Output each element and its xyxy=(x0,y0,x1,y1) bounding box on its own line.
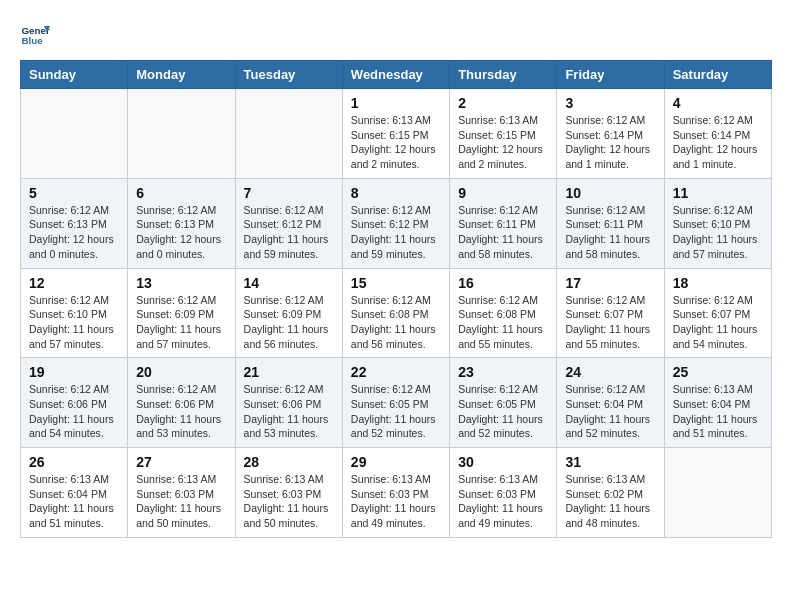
calendar-cell: 9Sunrise: 6:12 AMSunset: 6:11 PMDaylight… xyxy=(450,178,557,268)
calendar-cell: 31Sunrise: 6:13 AMSunset: 6:02 PMDayligh… xyxy=(557,448,664,538)
day-number: 13 xyxy=(136,275,226,291)
cell-info: Sunrise: 6:12 AMSunset: 6:09 PMDaylight:… xyxy=(244,293,334,352)
cell-info: Sunrise: 6:12 AMSunset: 6:12 PMDaylight:… xyxy=(351,203,441,262)
cell-info: Sunrise: 6:13 AMSunset: 6:04 PMDaylight:… xyxy=(673,382,763,441)
calendar-cell xyxy=(664,448,771,538)
day-number: 11 xyxy=(673,185,763,201)
calendar-cell: 12Sunrise: 6:12 AMSunset: 6:10 PMDayligh… xyxy=(21,268,128,358)
weekday-header: Friday xyxy=(557,61,664,89)
day-number: 2 xyxy=(458,95,548,111)
cell-info: Sunrise: 6:12 AMSunset: 6:08 PMDaylight:… xyxy=(458,293,548,352)
cell-info: Sunrise: 6:12 AMSunset: 6:07 PMDaylight:… xyxy=(565,293,655,352)
day-number: 26 xyxy=(29,454,119,470)
calendar-cell: 25Sunrise: 6:13 AMSunset: 6:04 PMDayligh… xyxy=(664,358,771,448)
logo-icon: General Blue xyxy=(20,20,50,50)
calendar-cell: 18Sunrise: 6:12 AMSunset: 6:07 PMDayligh… xyxy=(664,268,771,358)
calendar-week-row: 12Sunrise: 6:12 AMSunset: 6:10 PMDayligh… xyxy=(21,268,772,358)
calendar-cell: 10Sunrise: 6:12 AMSunset: 6:11 PMDayligh… xyxy=(557,178,664,268)
day-number: 9 xyxy=(458,185,548,201)
calendar-cell: 27Sunrise: 6:13 AMSunset: 6:03 PMDayligh… xyxy=(128,448,235,538)
calendar-week-row: 19Sunrise: 6:12 AMSunset: 6:06 PMDayligh… xyxy=(21,358,772,448)
weekday-header: Monday xyxy=(128,61,235,89)
calendar-cell: 14Sunrise: 6:12 AMSunset: 6:09 PMDayligh… xyxy=(235,268,342,358)
day-number: 8 xyxy=(351,185,441,201)
cell-info: Sunrise: 6:13 AMSunset: 6:03 PMDaylight:… xyxy=(458,472,548,531)
cell-info: Sunrise: 6:13 AMSunset: 6:15 PMDaylight:… xyxy=(458,113,548,172)
day-number: 21 xyxy=(244,364,334,380)
day-number: 27 xyxy=(136,454,226,470)
calendar-cell: 26Sunrise: 6:13 AMSunset: 6:04 PMDayligh… xyxy=(21,448,128,538)
weekday-header: Tuesday xyxy=(235,61,342,89)
day-number: 7 xyxy=(244,185,334,201)
cell-info: Sunrise: 6:13 AMSunset: 6:03 PMDaylight:… xyxy=(244,472,334,531)
calendar-week-row: 5Sunrise: 6:12 AMSunset: 6:13 PMDaylight… xyxy=(21,178,772,268)
day-number: 5 xyxy=(29,185,119,201)
day-number: 28 xyxy=(244,454,334,470)
cell-info: Sunrise: 6:12 AMSunset: 6:10 PMDaylight:… xyxy=(673,203,763,262)
cell-info: Sunrise: 6:12 AMSunset: 6:10 PMDaylight:… xyxy=(29,293,119,352)
calendar-cell: 23Sunrise: 6:12 AMSunset: 6:05 PMDayligh… xyxy=(450,358,557,448)
cell-info: Sunrise: 6:12 AMSunset: 6:11 PMDaylight:… xyxy=(565,203,655,262)
cell-info: Sunrise: 6:13 AMSunset: 6:03 PMDaylight:… xyxy=(136,472,226,531)
day-number: 12 xyxy=(29,275,119,291)
calendar-cell: 11Sunrise: 6:12 AMSunset: 6:10 PMDayligh… xyxy=(664,178,771,268)
day-number: 10 xyxy=(565,185,655,201)
calendar-cell: 16Sunrise: 6:12 AMSunset: 6:08 PMDayligh… xyxy=(450,268,557,358)
calendar-cell: 19Sunrise: 6:12 AMSunset: 6:06 PMDayligh… xyxy=(21,358,128,448)
calendar-cell xyxy=(235,89,342,179)
cell-info: Sunrise: 6:12 AMSunset: 6:06 PMDaylight:… xyxy=(244,382,334,441)
cell-info: Sunrise: 6:12 AMSunset: 6:07 PMDaylight:… xyxy=(673,293,763,352)
cell-info: Sunrise: 6:13 AMSunset: 6:03 PMDaylight:… xyxy=(351,472,441,531)
cell-info: Sunrise: 6:13 AMSunset: 6:02 PMDaylight:… xyxy=(565,472,655,531)
cell-info: Sunrise: 6:12 AMSunset: 6:05 PMDaylight:… xyxy=(351,382,441,441)
calendar-cell xyxy=(128,89,235,179)
weekday-header: Sunday xyxy=(21,61,128,89)
calendar-table: SundayMondayTuesdayWednesdayThursdayFrid… xyxy=(20,60,772,538)
day-number: 4 xyxy=(673,95,763,111)
cell-info: Sunrise: 6:12 AMSunset: 6:13 PMDaylight:… xyxy=(136,203,226,262)
page-header: General Blue xyxy=(20,20,772,50)
calendar-week-row: 1Sunrise: 6:13 AMSunset: 6:15 PMDaylight… xyxy=(21,89,772,179)
calendar-cell: 2Sunrise: 6:13 AMSunset: 6:15 PMDaylight… xyxy=(450,89,557,179)
day-number: 18 xyxy=(673,275,763,291)
day-number: 20 xyxy=(136,364,226,380)
day-number: 25 xyxy=(673,364,763,380)
day-number: 29 xyxy=(351,454,441,470)
calendar-cell: 30Sunrise: 6:13 AMSunset: 6:03 PMDayligh… xyxy=(450,448,557,538)
calendar-cell: 13Sunrise: 6:12 AMSunset: 6:09 PMDayligh… xyxy=(128,268,235,358)
cell-info: Sunrise: 6:13 AMSunset: 6:04 PMDaylight:… xyxy=(29,472,119,531)
day-number: 15 xyxy=(351,275,441,291)
cell-info: Sunrise: 6:12 AMSunset: 6:12 PMDaylight:… xyxy=(244,203,334,262)
calendar-week-row: 26Sunrise: 6:13 AMSunset: 6:04 PMDayligh… xyxy=(21,448,772,538)
cell-info: Sunrise: 6:12 AMSunset: 6:05 PMDaylight:… xyxy=(458,382,548,441)
calendar-cell: 24Sunrise: 6:12 AMSunset: 6:04 PMDayligh… xyxy=(557,358,664,448)
cell-info: Sunrise: 6:12 AMSunset: 6:06 PMDaylight:… xyxy=(29,382,119,441)
calendar-cell: 3Sunrise: 6:12 AMSunset: 6:14 PMDaylight… xyxy=(557,89,664,179)
calendar-cell: 21Sunrise: 6:12 AMSunset: 6:06 PMDayligh… xyxy=(235,358,342,448)
day-number: 23 xyxy=(458,364,548,380)
cell-info: Sunrise: 6:12 AMSunset: 6:09 PMDaylight:… xyxy=(136,293,226,352)
calendar-cell: 5Sunrise: 6:12 AMSunset: 6:13 PMDaylight… xyxy=(21,178,128,268)
day-number: 14 xyxy=(244,275,334,291)
calendar-cell: 6Sunrise: 6:12 AMSunset: 6:13 PMDaylight… xyxy=(128,178,235,268)
day-number: 19 xyxy=(29,364,119,380)
cell-info: Sunrise: 6:12 AMSunset: 6:11 PMDaylight:… xyxy=(458,203,548,262)
cell-info: Sunrise: 6:12 AMSunset: 6:04 PMDaylight:… xyxy=(565,382,655,441)
day-number: 3 xyxy=(565,95,655,111)
calendar-cell: 22Sunrise: 6:12 AMSunset: 6:05 PMDayligh… xyxy=(342,358,449,448)
svg-text:Blue: Blue xyxy=(22,35,44,46)
cell-info: Sunrise: 6:12 AMSunset: 6:13 PMDaylight:… xyxy=(29,203,119,262)
calendar-cell: 15Sunrise: 6:12 AMSunset: 6:08 PMDayligh… xyxy=(342,268,449,358)
day-number: 31 xyxy=(565,454,655,470)
day-number: 17 xyxy=(565,275,655,291)
calendar-cell: 7Sunrise: 6:12 AMSunset: 6:12 PMDaylight… xyxy=(235,178,342,268)
day-number: 24 xyxy=(565,364,655,380)
calendar-cell: 20Sunrise: 6:12 AMSunset: 6:06 PMDayligh… xyxy=(128,358,235,448)
calendar-cell: 29Sunrise: 6:13 AMSunset: 6:03 PMDayligh… xyxy=(342,448,449,538)
day-number: 16 xyxy=(458,275,548,291)
calendar-cell xyxy=(21,89,128,179)
calendar-cell: 4Sunrise: 6:12 AMSunset: 6:14 PMDaylight… xyxy=(664,89,771,179)
cell-info: Sunrise: 6:12 AMSunset: 6:06 PMDaylight:… xyxy=(136,382,226,441)
logo: General Blue xyxy=(20,20,50,50)
day-number: 6 xyxy=(136,185,226,201)
